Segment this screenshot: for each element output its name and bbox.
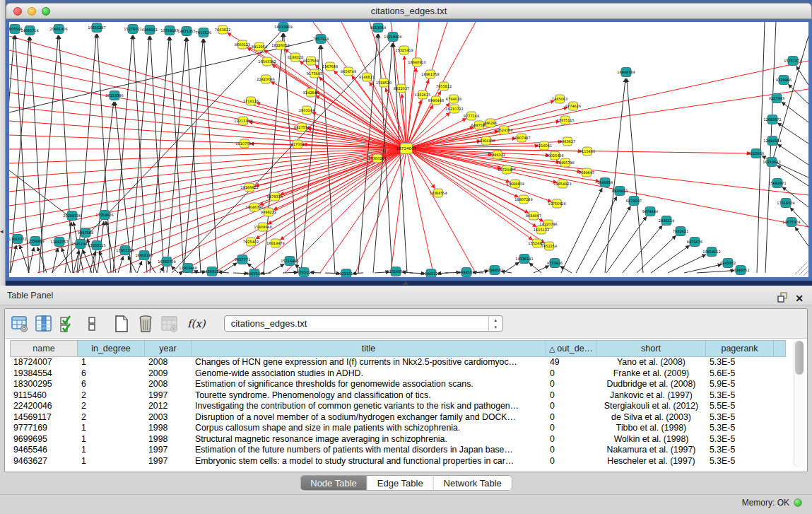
network-node[interactable]: 8215958: [748, 149, 764, 158]
network-node[interactable]: 6466161: [142, 25, 158, 35]
resize-grip-icon[interactable]: [804, 271, 808, 276]
column-header-name[interactable]: name: [10, 340, 78, 357]
network-node[interactable]: 8990448: [428, 96, 444, 105]
network-node[interactable]: 9115460: [579, 147, 595, 156]
network-node[interactable]: 7615526: [196, 28, 211, 37]
network-node[interactable]: 12213399: [234, 117, 252, 125]
window-titlebar[interactable]: citations_edges.txt: [6, 3, 812, 19]
network-node[interactable]: 9465546: [247, 269, 262, 278]
table-row[interactable]: 1938455462009Genome-wide association stu…: [10, 368, 786, 380]
tab-node-table[interactable]: Node Table: [300, 476, 367, 491]
network-node[interactable]: 20691406: [49, 25, 67, 34]
network-node[interactable]: 917004: [290, 140, 304, 148]
table-scrollbar[interactable]: [794, 340, 804, 467]
network-node[interactable]: 10655287: [88, 23, 105, 33]
network-node[interactable]: 17359926: [95, 211, 113, 220]
network-node[interactable]: 17016504: [777, 199, 794, 208]
network-node[interactable]: 2803144: [299, 106, 314, 115]
network-node[interactable]: 9146821: [359, 73, 375, 81]
network-node[interactable]: 10944502: [486, 266, 503, 275]
network-node[interactable]: 16945122: [422, 269, 440, 278]
network-node[interactable]: 9245052: [720, 259, 736, 268]
delete-icon[interactable]: [136, 315, 155, 333]
network-node[interactable]: 2367608: [322, 62, 338, 71]
tab-edge-table[interactable]: Edge Table: [367, 476, 434, 491]
column-header-in_degree[interactable]: in_degree: [78, 340, 145, 357]
select-all-icon[interactable]: [59, 315, 77, 333]
network-node[interactable]: 9175685: [307, 69, 322, 78]
network-node[interactable]: 12093572: [763, 115, 781, 124]
table-row[interactable]: 2242004622012Investigating the contribut…: [10, 401, 786, 412]
table-row[interactable]: 946362711997Embryonic stem cells: a mode…: [10, 456, 786, 467]
network-node[interactable]: 2935114: [659, 216, 674, 226]
network-node[interactable]: 10246052: [731, 266, 749, 275]
column-header-year[interactable]: year: [145, 340, 192, 357]
network-node[interactable]: 10688609: [506, 180, 524, 188]
table-row[interactable]: 1872400712008Changes of HCN gene express…: [10, 357, 786, 368]
network-node[interactable]: 20153346: [105, 91, 123, 100]
network-node[interactable]: 14136141: [515, 255, 533, 264]
network-node[interactable]: 13915272: [9, 235, 27, 244]
network-node[interactable]: 16033809: [274, 23, 292, 32]
network-node[interactable]: 18226058: [271, 41, 289, 49]
network-node[interactable]: 9827508: [303, 57, 319, 65]
network-node[interactable]: 14671355: [177, 27, 195, 36]
new-document-icon[interactable]: [112, 315, 131, 333]
scrollbar-thumb[interactable]: [795, 341, 804, 375]
network-node[interactable]: 18495798: [556, 158, 574, 167]
column-select-icon[interactable]: [35, 315, 53, 333]
network-node[interactable]: 7857224: [313, 35, 329, 44]
network-node[interactable]: 15751074: [784, 57, 801, 66]
network-node[interactable]: 15692971: [768, 179, 786, 188]
network-node[interactable]: 16914479: [266, 239, 284, 247]
network-node[interactable]: 12505115: [88, 241, 105, 250]
minimize-window-button[interactable]: [28, 7, 36, 16]
network-node[interactable]: 14569117: [203, 267, 220, 276]
network-node[interactable]: 9694503: [459, 268, 474, 277]
network-node[interactable]: 15409948: [254, 223, 271, 231]
table-row[interactable]: 969969511998Structural magnetic resonanc…: [10, 434, 786, 445]
network-node[interactable]: 19756928: [548, 199, 565, 208]
control-panel-splitter[interactable]: ◂: [0, 0, 6, 286]
table-row[interactable]: 1830029562008Estimation of significance …: [10, 379, 786, 390]
network-node[interactable]: 1640954: [597, 178, 613, 187]
network-node[interactable]: 10719185: [160, 26, 178, 35]
network-node[interactable]: 18231514: [337, 269, 355, 278]
network-node[interactable]: 7485063: [552, 95, 567, 103]
table-selector-dropdown[interactable]: citations_edges.txt ▲▼: [224, 315, 503, 332]
network-node[interactable]: 9699695: [579, 168, 594, 177]
network-node[interactable]: 13942757: [50, 238, 68, 247]
network-node[interactable]: 6794028: [446, 95, 461, 103]
network-node[interactable]: 8471676: [687, 238, 702, 247]
network-node[interactable]: 16961758: [421, 70, 439, 78]
close-window-button[interactable]: [13, 7, 22, 16]
table-row[interactable]: 977716911998Corpus callosum shape and si…: [10, 423, 786, 434]
network-node[interactable]: 9474444: [642, 207, 658, 216]
table-row[interactable]: 946554611997Estimation of the future num…: [10, 445, 786, 456]
table-row[interactable]: 1456911722003Disruption of a novel membe…: [10, 412, 786, 424]
network-node[interactable]: 10025438: [546, 151, 563, 160]
table-panel-titlebar[interactable]: Table Panel ✕: [0, 286, 812, 305]
network-node[interactable]: 10807487: [512, 134, 530, 142]
column-header-out_de[interactable]: △out_de…: [546, 340, 596, 357]
network-node[interactable]: 15276021: [124, 25, 141, 34]
delete-table-icon[interactable]: [160, 315, 179, 333]
network-node[interactable]: 19654923: [553, 180, 571, 188]
network-canvas[interactable]: 2605506140557142069140610655287152760216…: [9, 22, 808, 277]
network-node[interactable]: 8813054: [370, 23, 386, 33]
network-node[interactable]: 7932621: [673, 227, 688, 236]
network-node[interactable]: 7663822: [215, 25, 230, 34]
network-node[interactable]: 16210643: [763, 158, 780, 167]
resize-grip-icon[interactable]: [799, 267, 808, 275]
column-header-short[interactable]: short: [596, 340, 706, 357]
network-node[interactable]: 9774626: [565, 102, 581, 110]
table-row[interactable]: 911546021997Tourette syndrome. Phenomeno…: [10, 390, 786, 402]
column-header-pagerank[interactable]: pagerank: [706, 340, 774, 357]
clear-selection-icon[interactable]: [83, 315, 101, 333]
column-header-title[interactable]: title: [192, 340, 546, 357]
panel-splitter-handle[interactable]: [403, 281, 408, 285]
collapse-left-arrow-icon[interactable]: ◂: [0, 228, 4, 235]
network-node[interactable]: 17975115: [556, 116, 574, 124]
network-node[interactable]: 14055714: [20, 26, 38, 35]
network-node[interactable]: 18640910: [408, 58, 425, 66]
